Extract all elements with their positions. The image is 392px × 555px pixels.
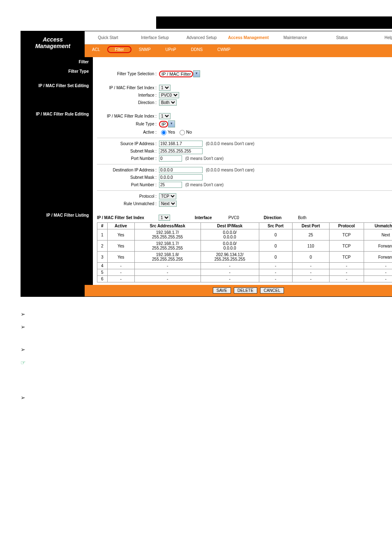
active-yes-radio[interactable] bbox=[161, 130, 166, 135]
table-cell: 5 bbox=[97, 269, 108, 276]
table-cell: - bbox=[201, 276, 259, 282]
dst-port-hint: (0 means Don't care) bbox=[185, 183, 224, 187]
table-cell: Forward bbox=[364, 252, 392, 263]
src-mask-input[interactable] bbox=[159, 148, 203, 154]
subtab-acl[interactable]: ACL bbox=[85, 46, 107, 53]
subtab-upnp[interactable]: UPnP bbox=[158, 46, 184, 53]
table-cell: - bbox=[329, 276, 364, 282]
table-cell: - bbox=[364, 263, 392, 269]
table-row: 1Yes192.168.1.7/255.255.255.2550.0.0.0/0… bbox=[97, 229, 392, 240]
tab-advanced-setup[interactable]: Advanced Setup bbox=[178, 31, 225, 44]
subtab-snmp[interactable]: SNMP bbox=[131, 46, 158, 53]
table-cell: 2 bbox=[97, 240, 108, 252]
subtab-ddns[interactable]: DDNS bbox=[184, 46, 210, 53]
tab-status[interactable]: Status bbox=[318, 31, 365, 44]
subtab-cwmp[interactable]: CWMP bbox=[210, 46, 238, 53]
table-cell: Yes bbox=[107, 240, 134, 252]
table-cell: 110 bbox=[292, 240, 329, 252]
table-cell: - bbox=[134, 276, 201, 282]
chevron-down-icon[interactable]: ▾ bbox=[168, 120, 175, 127]
table-cell: - bbox=[201, 269, 259, 276]
section-listing: IP / MAC Filter Listing bbox=[21, 210, 93, 285]
dst-mask-input[interactable] bbox=[159, 174, 203, 180]
dst-port-input[interactable] bbox=[159, 182, 182, 188]
table-cell: Yes bbox=[107, 252, 134, 263]
chevron-down-icon[interactable]: ▾ bbox=[193, 70, 200, 77]
table-row: 5------- bbox=[97, 269, 392, 276]
table-header: Active bbox=[107, 223, 134, 229]
table-cell: - bbox=[292, 263, 329, 269]
table-cell: - bbox=[259, 276, 292, 282]
table-header: # bbox=[97, 223, 108, 229]
table-cell: 3 bbox=[97, 252, 108, 263]
src-port-hint: (0 means Don't care) bbox=[185, 156, 224, 161]
src-ip-label: Source IP Address : bbox=[97, 141, 159, 146]
table-header: Src Port bbox=[259, 223, 292, 229]
direction-label: Direction : bbox=[97, 100, 159, 105]
table-header: Dest IP/Mask bbox=[201, 223, 259, 229]
direction-select[interactable]: Both bbox=[159, 99, 177, 106]
delete-button[interactable]: DELETE bbox=[234, 287, 257, 294]
listing-direction-label: Direction bbox=[264, 215, 281, 220]
cancel-button[interactable]: CANCEL bbox=[260, 287, 284, 294]
unmatched-select[interactable]: Next bbox=[159, 201, 177, 207]
tab-maintenance[interactable]: Maintenance bbox=[272, 31, 318, 44]
section-set-editing: IP / MAC Filter Set Editing bbox=[21, 81, 93, 109]
interface-select[interactable]: PVC0 bbox=[159, 92, 179, 98]
table-cell: - bbox=[329, 269, 364, 276]
table-cell: 0 bbox=[292, 252, 329, 263]
router-admin-panel: AccessManagement Quick Start Interface S… bbox=[21, 31, 392, 297]
table-cell: - bbox=[134, 263, 201, 269]
listing-interface-value: PVC0 bbox=[228, 215, 239, 220]
bullet-icon: ➢ bbox=[21, 309, 30, 319]
dst-ip-input[interactable] bbox=[159, 167, 203, 173]
active-yes-text: Yes bbox=[168, 130, 175, 134]
table-cell: - bbox=[329, 263, 364, 269]
filter-type-select[interactable]: IP / MAC Filter bbox=[159, 71, 193, 77]
table-cell: - bbox=[259, 269, 292, 276]
src-port-label: Port Number : bbox=[97, 156, 159, 161]
bullet-icon: ➢ bbox=[21, 345, 30, 355]
table-cell: - bbox=[134, 269, 201, 276]
table-cell: - bbox=[364, 269, 392, 276]
tab-quick-start[interactable]: Quick Start bbox=[85, 31, 131, 44]
listing-set-index-select[interactable]: 1 bbox=[159, 215, 170, 221]
table-cell: - bbox=[292, 269, 329, 276]
table-cell: 0 bbox=[259, 240, 292, 252]
table-cell: Forward bbox=[364, 240, 392, 252]
src-port-input[interactable] bbox=[159, 155, 182, 162]
tab-help[interactable]: Help bbox=[365, 31, 392, 44]
table-cell: 192.168.1.7/255.255.255.255 bbox=[134, 229, 201, 240]
rule-index-select[interactable]: 1 bbox=[159, 113, 171, 119]
tab-access-management[interactable]: Access Management bbox=[225, 31, 272, 44]
dst-port-label: Port Number : bbox=[97, 183, 159, 187]
table-cell: - bbox=[107, 263, 134, 269]
set-index-label: IP / MAC Filter Set Index : bbox=[97, 86, 159, 90]
save-button[interactable]: SAVE bbox=[213, 287, 231, 294]
table-cell: 0.0.0.0/0.0.0.0 bbox=[201, 229, 259, 240]
filter-type-label: Filter Type Selection : bbox=[97, 72, 159, 76]
active-label: Active : bbox=[97, 130, 159, 134]
active-no-radio[interactable] bbox=[180, 130, 185, 135]
src-mask-label: Subnet Mask : bbox=[97, 149, 159, 153]
table-row: 6------- bbox=[97, 276, 392, 282]
doc-header-bar bbox=[156, 16, 392, 29]
protocol-select[interactable]: TCP bbox=[159, 193, 176, 199]
table-cell: - bbox=[201, 263, 259, 269]
section-filter: Filter bbox=[21, 57, 93, 67]
set-index-select[interactable]: 1 bbox=[159, 85, 171, 91]
table-cell: - bbox=[259, 263, 292, 269]
unmatched-label: Rule Unmatched : bbox=[97, 201, 159, 206]
table-cell: 192.168.1.8/255.255.255.255 bbox=[134, 252, 201, 263]
rule-type-select[interactable]: IP bbox=[159, 121, 168, 127]
subtab-filter[interactable]: Filter bbox=[107, 46, 131, 53]
table-cell: 202.96.134.12/255.255.255.255 bbox=[201, 252, 259, 263]
table-cell: 0 bbox=[259, 229, 292, 240]
src-ip-input[interactable] bbox=[159, 141, 203, 147]
src-ip-hint: (0.0.0.0 means Don't care) bbox=[206, 141, 254, 146]
rule-type-label: Rule Type : bbox=[97, 122, 159, 126]
page-title: AccessManagement bbox=[21, 31, 85, 55]
listing-set-index-label: IP / MAC Filter Set Index bbox=[97, 215, 159, 220]
tab-interface-setup[interactable]: Interface Setup bbox=[131, 31, 178, 44]
listing-interface-label: Interface bbox=[195, 215, 212, 220]
